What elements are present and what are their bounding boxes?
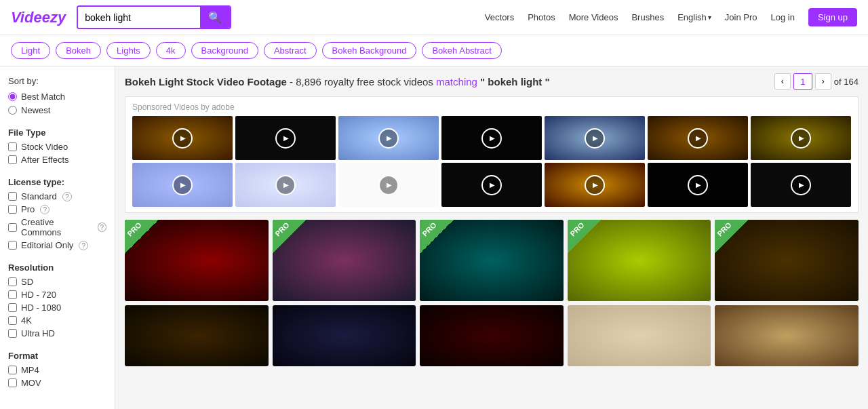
file-type-section: File Type Stock Video After Effects (8, 128, 106, 165)
results-matching: matching (436, 76, 477, 87)
filter-standard[interactable]: Standard ? (8, 191, 106, 201)
license-type-title: License type: (8, 177, 106, 187)
resolution-title: Resolution (8, 262, 106, 273)
nav-more-videos[interactable]: More Videos (569, 12, 618, 22)
search-button[interactable]: 🔍 (200, 7, 230, 28)
filter-editorial-only[interactable]: Editorial Only ? (8, 240, 106, 250)
sort-options: Best Match Newest (8, 92, 106, 115)
sponsored-thumb-6[interactable] (648, 116, 748, 160)
sponsored-thumb-12[interactable] (545, 163, 645, 207)
editorial-help-icon[interactable]: ? (79, 241, 88, 250)
logo: Videezy (11, 9, 66, 26)
results-title-text: Bokeh Light Stock Video Footage (125, 76, 287, 87)
format-section: Format MP4 MOV (8, 351, 106, 388)
filter-ultra-hd[interactable]: Ultra HD (8, 328, 106, 338)
sponsored-thumb-10[interactable] (338, 163, 439, 207)
result-thumb-8[interactable] (420, 305, 564, 366)
content-area: Bokeh Light Stock Video Footage - 8,896 … (115, 66, 868, 409)
results-grid: PRO PRO PRO PRO PRO (125, 220, 859, 366)
format-title: Format (8, 351, 106, 361)
page-total: of 164 (834, 77, 859, 87)
file-type-title: File Type (8, 128, 106, 138)
sponsored-thumb-1[interactable] (132, 116, 233, 160)
sponsored-thumb-2[interactable] (235, 116, 336, 160)
sort-label: Sort by: (8, 76, 106, 86)
results-header: Bokeh Light Stock Video Footage - 8,896 … (125, 73, 859, 90)
sponsored-thumb-11[interactable] (441, 163, 542, 207)
filter-sd[interactable]: SD (8, 277, 106, 287)
sponsored-thumb-13[interactable] (648, 163, 748, 207)
sponsored-thumb-3[interactable] (338, 116, 439, 160)
nav-photos[interactable]: Photos (528, 12, 555, 22)
result-thumb-9[interactable] (568, 305, 711, 366)
standard-help-icon[interactable]: ? (62, 192, 72, 201)
sponsored-label: Sponsored Videos by adobe (132, 102, 851, 112)
sidebar: Sort by: Best Match Newest File Type Sto… (0, 66, 115, 409)
results-title: Bokeh Light Stock Video Footage - 8,896 … (125, 76, 550, 87)
sponsored-thumb-9[interactable] (235, 163, 336, 207)
filter-tag-abstract[interactable]: Abstract (264, 42, 317, 59)
search-box: 🔍 (77, 5, 231, 29)
sponsored-thumb-4[interactable] (441, 116, 542, 160)
sort-newest[interactable]: Newest (8, 105, 106, 115)
sort-section: Sort by: Best Match Newest (8, 76, 106, 115)
filter-tag-light[interactable]: Light (11, 42, 50, 59)
result-thumb-4[interactable]: PRO (568, 220, 711, 301)
nav-vectors[interactable]: Vectors (485, 12, 514, 22)
header: Videezy 🔍 Vectors Photos More Videos Bru… (0, 0, 868, 35)
filter-stock-video[interactable]: Stock Video (8, 142, 106, 152)
result-thumb-6[interactable] (125, 305, 269, 366)
sponsored-grid (132, 116, 851, 207)
result-thumb-5[interactable]: PRO (715, 220, 859, 301)
sponsored-thumb-5[interactable] (545, 116, 645, 160)
filter-mov[interactable]: MOV (8, 378, 106, 388)
page-next-button[interactable]: › (815, 73, 831, 90)
filter-after-effects[interactable]: After Effects (8, 155, 106, 165)
filter-creative-commons[interactable]: Creative Commons ? (8, 217, 106, 237)
search-input[interactable] (78, 7, 200, 28)
login-link[interactable]: Log in (770, 12, 794, 22)
result-thumb-7[interactable] (273, 305, 416, 366)
sponsored-thumb-8[interactable] (132, 163, 233, 207)
filter-bar: Light Bokeh Lights 4k Background Abstrac… (0, 35, 868, 66)
join-pro-link[interactable]: Join Pro (725, 12, 757, 22)
language-selector[interactable]: English (677, 12, 711, 22)
filter-hd720[interactable]: HD - 720 (8, 290, 106, 300)
filter-tag-bokeh-abstract[interactable]: Bokeh Abstract (422, 42, 501, 59)
filter-hd1080[interactable]: HD - 1080 (8, 303, 106, 313)
sponsored-thumb-14[interactable] (751, 163, 851, 207)
result-thumb-10[interactable] (715, 305, 859, 366)
resolution-section: Resolution SD HD - 720 HD - 1080 4K Ultr… (8, 262, 106, 338)
cc-help-icon[interactable]: ? (98, 222, 106, 232)
filter-tag-4k[interactable]: 4k (156, 42, 186, 59)
sponsored-box: Sponsored Videos by adobe (125, 96, 859, 213)
page-number: 1 (793, 73, 812, 90)
signup-button[interactable]: Sign up (808, 8, 857, 26)
pro-help-icon[interactable]: ? (40, 205, 50, 214)
result-thumb-2[interactable]: PRO (273, 220, 416, 301)
result-thumb-3[interactable]: PRO (420, 220, 564, 301)
pagination: ‹ 1 › of 164 (774, 73, 859, 90)
nav-brushes[interactable]: Brushes (631, 12, 664, 22)
filter-tag-bokeh-background[interactable]: Bokeh Background (322, 42, 417, 59)
filter-tag-background[interactable]: Background (191, 42, 258, 59)
filter-mp4[interactable]: MP4 (8, 365, 106, 375)
nav-links: Vectors Photos More Videos Brushes Engli… (485, 8, 857, 26)
filter-4k[interactable]: 4K (8, 315, 106, 326)
filter-tag-bokeh[interactable]: Bokeh (56, 42, 101, 59)
main-layout: Sort by: Best Match Newest File Type Sto… (0, 66, 868, 409)
results-count: - 8,896 royalty free stock videos (290, 76, 433, 87)
filter-pro[interactable]: Pro ? (8, 204, 106, 214)
license-type-section: License type: Standard ? Pro ? Creative … (8, 177, 106, 250)
page-prev-button[interactable]: ‹ (774, 73, 791, 90)
sort-best-match[interactable]: Best Match (8, 92, 106, 102)
filter-tag-lights[interactable]: Lights (106, 42, 151, 59)
sponsored-thumb-7[interactable] (751, 116, 851, 160)
result-thumb-1[interactable]: PRO (125, 220, 269, 301)
results-query: " bokeh light " (480, 76, 550, 87)
